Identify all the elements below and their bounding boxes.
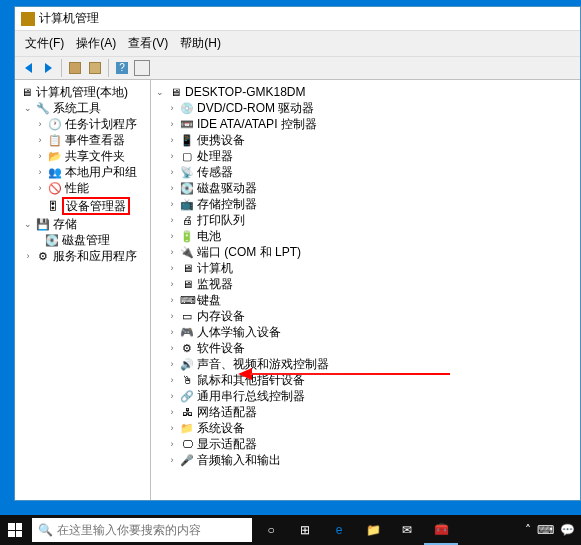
expand-icon[interactable]: › xyxy=(167,455,177,465)
start-button[interactable] xyxy=(0,515,30,545)
device-root[interactable]: ⌄ 🖥 DESKTOP-GMK18DM xyxy=(153,84,578,100)
collapse-icon[interactable]: ⌄ xyxy=(23,219,33,229)
device-category[interactable]: ›🔊声音、视频和游戏控制器 xyxy=(153,356,578,372)
refresh-button[interactable] xyxy=(133,59,151,77)
notification-icon[interactable]: 💬 xyxy=(560,523,575,537)
properties-button[interactable] xyxy=(86,59,104,77)
mail-icon[interactable]: ✉ xyxy=(390,515,424,545)
device-category[interactable]: ›🔗通用串行总线控制器 xyxy=(153,388,578,404)
device-category[interactable]: ›📼IDE ATA/ATAPI 控制器 xyxy=(153,116,578,132)
tree-root[interactable]: 🖥 计算机管理(本地) xyxy=(17,84,148,100)
expand-icon[interactable]: › xyxy=(35,135,45,145)
cortana-button[interactable]: ○ xyxy=(254,515,288,545)
device-category[interactable]: ›📺存储控制器 xyxy=(153,196,578,212)
window-title: 计算机管理 xyxy=(39,10,99,27)
expand-icon[interactable]: › xyxy=(167,151,177,161)
menu-file[interactable]: 文件(F) xyxy=(19,33,70,54)
expand-icon[interactable]: › xyxy=(167,199,177,209)
expand-icon[interactable]: › xyxy=(35,167,45,177)
device-category[interactable]: ›📡传感器 xyxy=(153,164,578,180)
expand-icon[interactable]: › xyxy=(167,183,177,193)
app-icon xyxy=(21,12,35,26)
expand-icon[interactable]: › xyxy=(23,251,33,261)
expand-icon[interactable]: › xyxy=(167,407,177,417)
device-category[interactable]: ›🖱鼠标和其他指针设备 xyxy=(153,372,578,388)
taskview-button[interactable]: ⊞ xyxy=(288,515,322,545)
menu-help[interactable]: 帮助(H) xyxy=(174,33,227,54)
device-category[interactable]: ›🎮人体学输入设备 xyxy=(153,324,578,340)
expand-icon[interactable]: › xyxy=(167,247,177,257)
device-category[interactable]: ›🎤音频输入和输出 xyxy=(153,452,578,468)
device-category[interactable]: ›🖵显示适配器 xyxy=(153,436,578,452)
show-hide-button[interactable] xyxy=(66,59,84,77)
device-category[interactable]: ›▭内存设备 xyxy=(153,308,578,324)
device-category[interactable]: ›▢处理器 xyxy=(153,148,578,164)
device-category[interactable]: ›🖥计算机 xyxy=(153,260,578,276)
folder-icon: 📂 xyxy=(48,149,62,163)
tree-local-users[interactable]: › 👥 本地用户和组 xyxy=(17,164,148,180)
device-category[interactable]: ›🔌端口 (COM 和 LPT) xyxy=(153,244,578,260)
collapse-icon[interactable]: ⌄ xyxy=(23,103,33,113)
expand-icon[interactable]: › xyxy=(167,327,177,337)
device-tree[interactable]: ⌄ 🖥 DESKTOP-GMK18DM ›💿DVD/CD-ROM 驱动器›📼ID… xyxy=(151,80,580,500)
device-category[interactable]: ›⌨键盘 xyxy=(153,292,578,308)
tree-disk-mgmt[interactable]: 💽 磁盘管理 xyxy=(17,232,148,248)
expand-icon[interactable]: › xyxy=(35,119,45,129)
tree-performance[interactable]: › 🚫 性能 xyxy=(17,180,148,196)
tree-label: 共享文件夹 xyxy=(65,149,125,163)
expand-icon[interactable]: › xyxy=(167,103,177,113)
device-label: 处理器 xyxy=(197,149,233,163)
tray-expand-icon[interactable]: ˄ xyxy=(525,523,531,537)
tree-task-scheduler[interactable]: › 🕐 任务计划程序 xyxy=(17,116,148,132)
device-category[interactable]: ›📱便携设备 xyxy=(153,132,578,148)
expand-icon[interactable]: › xyxy=(167,279,177,289)
expand-icon[interactable]: › xyxy=(167,119,177,129)
keyboard-icon[interactable]: ⌨ xyxy=(537,523,554,537)
storage-icon: 💾 xyxy=(36,217,50,231)
device-category[interactable]: ›🖨打印队列 xyxy=(153,212,578,228)
device-category[interactable]: ›🔋电池 xyxy=(153,228,578,244)
expand-icon[interactable]: › xyxy=(167,391,177,401)
tree-system-tools[interactable]: ⌄ 🔧 系统工具 xyxy=(17,100,148,116)
expand-icon[interactable]: › xyxy=(167,359,177,369)
expand-icon[interactable]: › xyxy=(35,183,45,193)
device-category[interactable]: ›🖥监视器 xyxy=(153,276,578,292)
expand-icon[interactable]: › xyxy=(167,167,177,177)
tree-services[interactable]: › ⚙ 服务和应用程序 xyxy=(17,248,148,264)
searchbar[interactable]: 🔍 xyxy=(32,518,252,542)
tree-event-viewer[interactable]: › 📋 事件查看器 xyxy=(17,132,148,148)
tree-storage[interactable]: ⌄ 💾 存储 xyxy=(17,216,148,232)
category-icon: ▢ xyxy=(180,149,194,163)
device-category[interactable]: ›💿DVD/CD-ROM 驱动器 xyxy=(153,100,578,116)
back-button[interactable] xyxy=(19,59,37,77)
menu-action[interactable]: 操作(A) xyxy=(70,33,122,54)
forward-button[interactable] xyxy=(39,59,57,77)
expand-icon[interactable]: › xyxy=(167,135,177,145)
device-category[interactable]: ›🖧网络适配器 xyxy=(153,404,578,420)
explorer-icon[interactable]: 📁 xyxy=(356,515,390,545)
collapse-icon[interactable]: ⌄ xyxy=(155,87,165,97)
expand-icon[interactable]: › xyxy=(167,263,177,273)
expand-icon[interactable]: › xyxy=(167,295,177,305)
tree-label: 事件查看器 xyxy=(65,133,125,147)
edge-icon[interactable]: e xyxy=(322,515,356,545)
tree-shared-folders[interactable]: › 📂 共享文件夹 xyxy=(17,148,148,164)
expand-icon[interactable]: › xyxy=(167,231,177,241)
category-icon: 🖱 xyxy=(180,373,194,387)
compmgmt-icon[interactable]: 🧰 xyxy=(424,515,458,545)
device-category[interactable]: ›📁系统设备 xyxy=(153,420,578,436)
tree-device-manager[interactable]: 🎛 设备管理器 xyxy=(17,196,148,216)
expand-icon[interactable]: › xyxy=(167,375,177,385)
menu-view[interactable]: 查看(V) xyxy=(122,33,174,54)
navigation-tree[interactable]: 🖥 计算机管理(本地) ⌄ 🔧 系统工具 › 🕐 任务计划程序 › 📋 事件查看… xyxy=(15,80,151,500)
device-category[interactable]: ›⚙软件设备 xyxy=(153,340,578,356)
expand-icon[interactable]: › xyxy=(35,151,45,161)
expand-icon[interactable]: › xyxy=(167,311,177,321)
expand-icon[interactable]: › xyxy=(167,343,177,353)
expand-icon[interactable]: › xyxy=(167,423,177,433)
device-category[interactable]: ›💽磁盘驱动器 xyxy=(153,180,578,196)
expand-icon[interactable]: › xyxy=(167,439,177,449)
help-button[interactable]: ? xyxy=(113,59,131,77)
search-input[interactable] xyxy=(57,523,246,537)
expand-icon[interactable]: › xyxy=(167,215,177,225)
